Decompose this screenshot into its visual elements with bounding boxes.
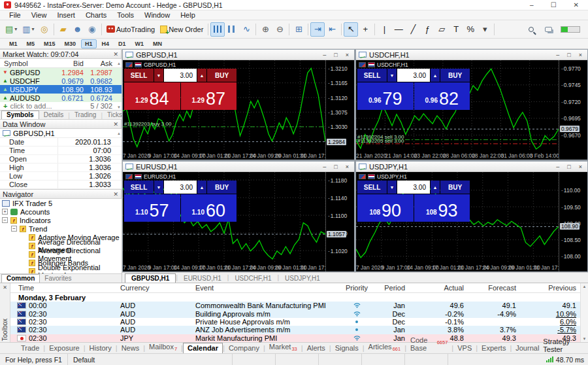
volume-increase-button[interactable]: ▲ [197, 181, 206, 194]
tree-item-root[interactable]: IFX Trader 5 [0, 199, 122, 207]
bottom-tab-market[interactable]: Market33 [265, 342, 301, 353]
timeframe-mn[interactable]: MN [149, 39, 166, 48]
column-actual[interactable]: Actual [405, 284, 464, 292]
tree-item-double-exponential-moving-av[interactable]: fDouble Exponential Moving Av [0, 267, 122, 273]
data-window-close-icon[interactable]: ✕ [113, 121, 118, 128]
time-axis[interactable]: 7 Jan 20209 Jan 17:0014 Jan 09:0017 Jan … [356, 263, 559, 271]
sell-button[interactable]: SELL [124, 69, 154, 82]
tab-trading[interactable]: Trading [70, 111, 101, 119]
zoom-out-button[interactable]: ⊖ [272, 22, 287, 37]
tile-windows-button[interactable]: ⊞ [291, 22, 306, 37]
bottom-tab-signals[interactable]: Signals [331, 343, 363, 353]
close-icon[interactable]: × [343, 164, 351, 170]
market-watch-row[interactable]: ▼GBPUSD1.29841.2987 [0, 68, 122, 77]
minimize-icon[interactable]: – [553, 164, 562, 170]
timeframe-w1[interactable]: W1 [131, 39, 148, 48]
vertical-line-button[interactable]: | [377, 22, 391, 37]
market-watch-row[interactable]: ▲AUDUSD0.67210.6724 [0, 94, 122, 102]
bottom-tab-experts[interactable]: Experts [478, 343, 510, 353]
trendline-button[interactable]: ╱ [406, 22, 420, 37]
market-watch-row[interactable]: ▲USDCHF0.96790.9682 [0, 77, 122, 85]
chart-tab-gbpusd-h1[interactable]: GBPUSD,H1 [125, 273, 176, 283]
buy-button[interactable]: BUY [207, 181, 237, 194]
timeframe-h1[interactable]: H1 [81, 39, 97, 48]
sell-button[interactable]: SELL [357, 69, 387, 82]
chart-window-titlebar[interactable]: EURUSD,H1–□× [123, 162, 354, 172]
menu-charts[interactable]: Charts [80, 11, 112, 19]
calendar-row[interactable]: 02:30AUDBuilding Approvals m/mDec-0.2%-4… [10, 309, 580, 317]
volume-increase-button[interactable]: ▲ [431, 181, 440, 194]
chart-window-usdjpy[interactable]: USDJPY,H1–□×USDJPY,H1SELL▼3.00▲BUY108901… [355, 161, 588, 272]
maximize-icon[interactable]: □ [564, 164, 573, 170]
minimize-button[interactable]: – [530, 1, 534, 9]
wallet-button[interactable]: ▰ [56, 22, 71, 37]
menu-help[interactable]: Help [175, 11, 201, 19]
menu-insert[interactable]: Insert [52, 11, 80, 19]
market-watch-row[interactable]: ▲USDJPY108.90108.93 [0, 85, 122, 94]
click-to-add-row[interactable]: + click to add... 5 / 302 ▼ [0, 102, 122, 110]
buy-price[interactable]: 10893 [414, 194, 470, 222]
strategy-tester-link[interactable]: Strategy Tester [543, 338, 584, 353]
zoom-in-button[interactable]: ⊕ [258, 22, 272, 37]
expander-icon[interactable]: − [2, 217, 8, 223]
autotrading-button[interactable]: AutoTrading [104, 22, 158, 37]
volume-input[interactable]: 3.00 [164, 181, 197, 194]
column-period[interactable]: Period [374, 284, 405, 292]
calendar-row[interactable]: 02:30JPYMarkit Manufacturing PMIJan48.84… [10, 334, 580, 342]
scroll-up-icon[interactable]: ▲ [583, 285, 587, 288]
history-center-button[interactable]: ◎ [37, 22, 52, 37]
line-chart-button[interactable]: ∿ [239, 22, 253, 37]
chart-tab-usdjpy-h1[interactable]: USDJPY,H1 [279, 274, 326, 283]
chart-window-titlebar[interactable]: GBPUSD,H1–□× [123, 50, 354, 60]
column-currency[interactable]: Currency [120, 284, 195, 292]
tab-common[interactable]: Common [1, 274, 40, 283]
crosshair-button[interactable]: + [358, 22, 372, 37]
timeframe-m5[interactable]: M5 [23, 39, 39, 48]
maximize-icon[interactable]: □ [331, 164, 340, 170]
close-icon[interactable]: × [576, 52, 585, 58]
maximize-icon[interactable]: □ [564, 52, 573, 58]
candles-chart-button[interactable] [225, 22, 239, 37]
bottom-tab-exposure[interactable]: Exposure [45, 343, 83, 353]
community-button[interactable]: ☻ [71, 22, 85, 37]
price-axis[interactable]: 110.00109.50109.00108.50108.00108.90 [559, 172, 587, 271]
chart-window-gbpusd[interactable]: GBPUSD,H1–□×GBPUSD,H1SELL▼3.00▲BUY1.2984… [122, 49, 355, 160]
sell-price[interactable]: 1.2984 [124, 82, 180, 110]
buy-price[interactable]: 1.1060 [181, 194, 237, 222]
time-axis[interactable]: 7 Jan 20209 Jan 17:0014 Jan 09:0017 Jan … [123, 263, 325, 271]
chart-window-titlebar[interactable]: USDCHF,H1–□× [356, 50, 587, 60]
column-bid[interactable]: Bid [47, 60, 84, 67]
signals-broadcast-button[interactable]: ◉ [85, 22, 99, 37]
chart-window-eurusd[interactable]: EURUSD,H1–□×EURUSD,H1SELL▼3.00▲BUY1.1057… [122, 161, 355, 272]
buy-button[interactable]: BUY [440, 181, 470, 194]
column-event[interactable]: Event [195, 284, 340, 292]
maximize-icon[interactable]: □ [331, 52, 340, 58]
close-icon[interactable]: × [343, 52, 351, 58]
chart-shift-button[interactable]: ⇤ [325, 22, 339, 37]
buy-button[interactable]: BUY [207, 69, 237, 82]
minimize-icon[interactable]: – [320, 52, 329, 58]
buy-price[interactable]: 0.9682 [414, 82, 470, 110]
buy-price[interactable]: 1.2987 [181, 82, 237, 110]
tree-item-trend[interactable]: −fTrend [0, 224, 122, 233]
expander-icon[interactable]: − [11, 226, 17, 232]
price-axis[interactable]: 1.11801.11401.11001.10601.10201.1057 [325, 172, 354, 271]
menu-tools[interactable]: Tools [112, 11, 139, 19]
search-button[interactable] [524, 22, 538, 37]
column-symbol[interactable]: Symbol [0, 60, 47, 67]
bottom-tab-journal[interactable]: Journal [512, 343, 543, 353]
price-axis[interactable]: 1.32101.31651.31201.30751.30301.2984 [325, 60, 354, 160]
timeframe-h4[interactable]: H4 [98, 39, 114, 48]
timeframe-m1[interactable]: M1 [5, 39, 22, 48]
objects-dropdown-button[interactable]: ▾ [478, 22, 492, 37]
tree-item-indicators[interactable]: −fIndicators [0, 216, 122, 224]
sell-button[interactable]: SELL [124, 181, 154, 194]
bottom-tab-company[interactable]: Company [225, 343, 263, 353]
market-watch-close-icon[interactable]: ✕ [113, 51, 118, 58]
chart-plot[interactable]: USDJPY,H1SELL▼3.00▲BUY10890108937 Jan 20… [356, 172, 559, 271]
scroll-down-icon[interactable]: ▼ [117, 105, 121, 109]
one-click-trading-widget[interactable]: SELL▼3.00▲BUY1.29841.2987 [124, 69, 237, 110]
navigator-close-icon[interactable]: ✕ [113, 191, 118, 198]
fibonacci-button[interactable]: ƒ [420, 22, 434, 37]
volume-increase-button[interactable]: ▲ [431, 69, 440, 82]
